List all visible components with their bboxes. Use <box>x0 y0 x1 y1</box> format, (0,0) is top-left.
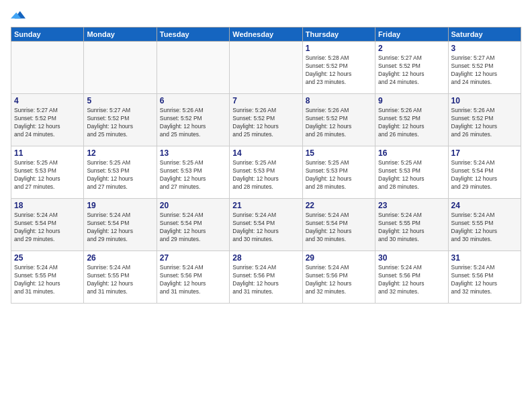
day-info: Sunrise: 5:26 AM Sunset: 5:52 PM Dayligh… <box>160 107 226 139</box>
week-row-2: 11Sunrise: 5:25 AM Sunset: 5:53 PM Dayli… <box>11 146 521 199</box>
logo-icon <box>11 8 26 23</box>
day-info: Sunrise: 5:24 AM Sunset: 5:56 PM Dayligh… <box>232 264 299 296</box>
calendar-cell: 29Sunrise: 5:24 AM Sunset: 5:56 PM Dayli… <box>302 251 375 304</box>
day-number: 26 <box>87 253 153 263</box>
calendar-cell: 5Sunrise: 5:27 AM Sunset: 5:52 PM Daylig… <box>84 94 157 146</box>
weekday-header-row: SundayMondayTuesdayWednesdayThursdayFrid… <box>11 28 521 42</box>
weekday-header-thursday: Thursday <box>302 28 375 42</box>
calendar-cell: 1Sunrise: 5:28 AM Sunset: 5:52 PM Daylig… <box>302 42 375 94</box>
day-number: 6 <box>160 96 226 105</box>
day-number: 23 <box>378 201 445 210</box>
day-info: Sunrise: 5:24 AM Sunset: 5:56 PM Dayligh… <box>378 264 445 296</box>
week-row-0: 1Sunrise: 5:28 AM Sunset: 5:52 PM Daylig… <box>11 42 521 94</box>
day-number: 24 <box>451 201 518 210</box>
calendar-cell: 15Sunrise: 5:25 AM Sunset: 5:53 PM Dayli… <box>302 146 375 199</box>
day-number: 3 <box>451 44 518 53</box>
day-number: 1 <box>306 44 372 53</box>
day-info: Sunrise: 5:27 AM Sunset: 5:52 PM Dayligh… <box>87 107 153 139</box>
weekday-header-tuesday: Tuesday <box>157 28 229 42</box>
day-info: Sunrise: 5:24 AM Sunset: 5:55 PM Dayligh… <box>87 264 153 296</box>
day-number: 28 <box>232 253 299 263</box>
day-info: Sunrise: 5:28 AM Sunset: 5:52 PM Dayligh… <box>306 54 372 87</box>
day-number: 25 <box>14 253 81 263</box>
day-info: Sunrise: 5:24 AM Sunset: 5:55 PM Dayligh… <box>14 264 81 296</box>
calendar-cell: 16Sunrise: 5:25 AM Sunset: 5:53 PM Dayli… <box>375 146 448 199</box>
calendar-cell: 17Sunrise: 5:24 AM Sunset: 5:54 PM Dayli… <box>448 146 521 199</box>
day-info: Sunrise: 5:24 AM Sunset: 5:54 PM Dayligh… <box>451 159 518 191</box>
calendar-cell: 14Sunrise: 5:25 AM Sunset: 5:53 PM Dayli… <box>230 146 302 199</box>
calendar-cell: 6Sunrise: 5:26 AM Sunset: 5:52 PM Daylig… <box>157 94 229 146</box>
calendar-cell: 9Sunrise: 5:26 AM Sunset: 5:52 PM Daylig… <box>375 94 448 146</box>
day-info: Sunrise: 5:27 AM Sunset: 5:52 PM Dayligh… <box>14 107 81 139</box>
calendar-cell: 4Sunrise: 5:27 AM Sunset: 5:52 PM Daylig… <box>11 94 84 146</box>
day-number: 13 <box>160 148 226 158</box>
day-number: 19 <box>87 201 153 210</box>
day-number: 4 <box>14 96 81 105</box>
day-number: 20 <box>160 201 226 210</box>
calendar-table: SundayMondayTuesdayWednesdayThursdayFrid… <box>11 27 521 304</box>
day-info: Sunrise: 5:26 AM Sunset: 5:52 PM Dayligh… <box>306 107 372 139</box>
week-row-3: 18Sunrise: 5:24 AM Sunset: 5:54 PM Dayli… <box>11 199 521 251</box>
weekday-header-friday: Friday <box>375 28 448 42</box>
day-info: Sunrise: 5:25 AM Sunset: 5:53 PM Dayligh… <box>232 159 299 191</box>
weekday-header-monday: Monday <box>84 28 157 42</box>
day-info: Sunrise: 5:24 AM Sunset: 5:54 PM Dayligh… <box>232 212 299 244</box>
day-info: Sunrise: 5:24 AM Sunset: 5:56 PM Dayligh… <box>306 264 372 296</box>
day-number: 29 <box>306 253 372 263</box>
calendar-cell: 22Sunrise: 5:24 AM Sunset: 5:54 PM Dayli… <box>302 199 375 251</box>
calendar-cell: 7Sunrise: 5:26 AM Sunset: 5:52 PM Daylig… <box>230 94 302 146</box>
day-number: 2 <box>378 44 445 53</box>
calendar-cell <box>84 42 157 94</box>
day-info: Sunrise: 5:24 AM Sunset: 5:54 PM Dayligh… <box>160 212 226 244</box>
day-info: Sunrise: 5:25 AM Sunset: 5:53 PM Dayligh… <box>160 159 226 191</box>
day-info: Sunrise: 5:27 AM Sunset: 5:52 PM Dayligh… <box>451 54 518 87</box>
calendar-cell: 27Sunrise: 5:24 AM Sunset: 5:56 PM Dayli… <box>157 251 229 304</box>
day-number: 22 <box>306 201 372 210</box>
day-number: 10 <box>451 96 518 105</box>
day-number: 31 <box>451 253 518 263</box>
calendar-cell: 21Sunrise: 5:24 AM Sunset: 5:54 PM Dayli… <box>230 199 302 251</box>
day-info: Sunrise: 5:24 AM Sunset: 5:55 PM Dayligh… <box>451 212 518 244</box>
calendar-cell <box>11 42 84 94</box>
day-info: Sunrise: 5:24 AM Sunset: 5:55 PM Dayligh… <box>378 212 445 244</box>
day-info: Sunrise: 5:25 AM Sunset: 5:53 PM Dayligh… <box>87 159 153 191</box>
calendar-cell: 31Sunrise: 5:24 AM Sunset: 5:56 PM Dayli… <box>448 251 521 304</box>
day-number: 18 <box>14 201 81 210</box>
calendar-cell: 24Sunrise: 5:24 AM Sunset: 5:55 PM Dayli… <box>448 199 521 251</box>
week-row-4: 25Sunrise: 5:24 AM Sunset: 5:55 PM Dayli… <box>11 251 521 304</box>
calendar-cell: 10Sunrise: 5:26 AM Sunset: 5:52 PM Dayli… <box>448 94 521 146</box>
day-number: 9 <box>378 96 445 105</box>
day-info: Sunrise: 5:24 AM Sunset: 5:54 PM Dayligh… <box>87 212 153 244</box>
day-number: 8 <box>306 96 372 105</box>
calendar-cell: 28Sunrise: 5:24 AM Sunset: 5:56 PM Dayli… <box>230 251 302 304</box>
day-number: 14 <box>232 148 299 158</box>
calendar-page: SundayMondayTuesdayWednesdayThursdayFrid… <box>0 0 532 411</box>
day-number: 17 <box>451 148 518 158</box>
calendar-cell: 13Sunrise: 5:25 AM Sunset: 5:53 PM Dayli… <box>157 146 229 199</box>
day-number: 5 <box>87 96 153 105</box>
calendar-cell <box>157 42 229 94</box>
calendar-cell: 30Sunrise: 5:24 AM Sunset: 5:56 PM Dayli… <box>375 251 448 304</box>
day-number: 11 <box>14 148 81 158</box>
calendar-cell: 18Sunrise: 5:24 AM Sunset: 5:54 PM Dayli… <box>11 199 84 251</box>
day-number: 7 <box>232 96 299 105</box>
header <box>11 8 521 23</box>
calendar-cell: 25Sunrise: 5:24 AM Sunset: 5:55 PM Dayli… <box>11 251 84 304</box>
day-number: 27 <box>160 253 226 263</box>
calendar-cell: 20Sunrise: 5:24 AM Sunset: 5:54 PM Dayli… <box>157 199 229 251</box>
calendar-cell: 11Sunrise: 5:25 AM Sunset: 5:53 PM Dayli… <box>11 146 84 199</box>
day-number: 30 <box>378 253 445 263</box>
weekday-header-saturday: Saturday <box>448 28 521 42</box>
calendar-cell: 2Sunrise: 5:27 AM Sunset: 5:52 PM Daylig… <box>375 42 448 94</box>
day-info: Sunrise: 5:25 AM Sunset: 5:53 PM Dayligh… <box>306 159 372 191</box>
day-info: Sunrise: 5:26 AM Sunset: 5:52 PM Dayligh… <box>451 107 518 139</box>
calendar-cell: 19Sunrise: 5:24 AM Sunset: 5:54 PM Dayli… <box>84 199 157 251</box>
day-info: Sunrise: 5:24 AM Sunset: 5:56 PM Dayligh… <box>160 264 226 296</box>
day-info: Sunrise: 5:26 AM Sunset: 5:52 PM Dayligh… <box>232 107 299 139</box>
day-number: 15 <box>306 148 372 158</box>
day-info: Sunrise: 5:27 AM Sunset: 5:52 PM Dayligh… <box>378 54 445 87</box>
weekday-header-wednesday: Wednesday <box>230 28 302 42</box>
day-info: Sunrise: 5:25 AM Sunset: 5:53 PM Dayligh… <box>378 159 445 191</box>
week-row-1: 4Sunrise: 5:27 AM Sunset: 5:52 PM Daylig… <box>11 94 521 146</box>
calendar-cell: 23Sunrise: 5:24 AM Sunset: 5:55 PM Dayli… <box>375 199 448 251</box>
